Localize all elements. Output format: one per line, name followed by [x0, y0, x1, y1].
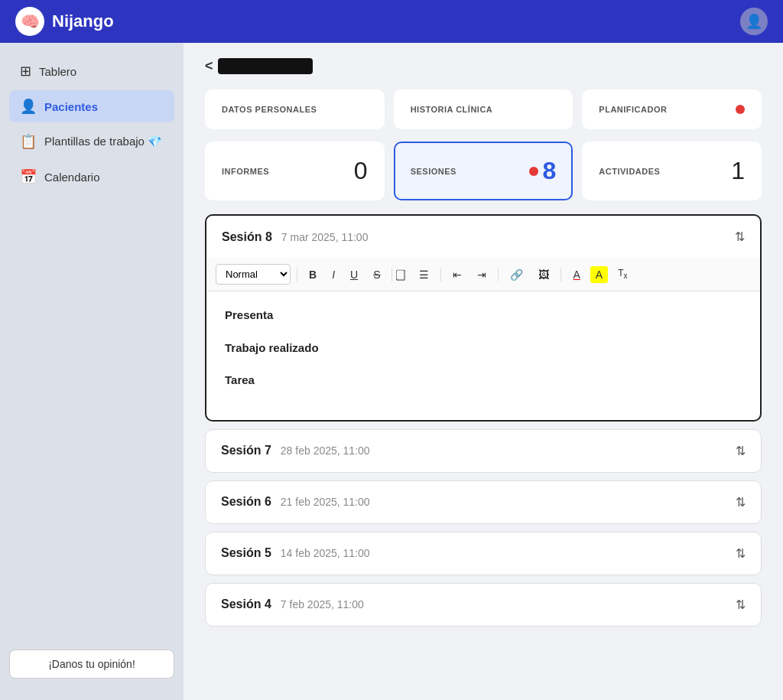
app-header: 🧠 Nijango 👤 [0, 0, 783, 43]
sidebar-footer: ¡Danos tu opinión! [0, 650, 184, 688]
session-7-title-row: Sesión 7 28 feb 2025, 11:00 [221, 444, 370, 457]
tab-row-1: DATOS PERSONALES HISTORIA CLÍNICA PLANIF… [205, 90, 762, 129]
link-button[interactable]: 🔗 [505, 266, 528, 283]
main-layout: ⊞ Tablero 👤 Pacientes 📋 Plantillas de tr… [0, 43, 783, 700]
tab-planificador[interactable]: PLANIFICADOR [582, 90, 762, 129]
sidebar-item-calendario[interactable]: 📅 Calendario [9, 161, 174, 193]
session-8-date: 7 mar 2025, 11:00 [281, 231, 369, 243]
breadcrumb[interactable]: < [205, 58, 762, 74]
align-left-button[interactable]: ⇤ [447, 266, 467, 283]
app-title: Nijango [52, 11, 114, 31]
session-8-name: Sesión 8 [222, 230, 272, 244]
session-6-date: 21 feb 2025, 11:00 [281, 496, 370, 508]
tab-actividades-label: ACTIVIDADES [599, 167, 660, 176]
back-arrow: < [205, 58, 213, 74]
session-5-name: Sesión 5 [221, 546, 271, 560]
session-6-title-row: Sesión 6 21 feb 2025, 11:00 [221, 495, 370, 509]
sesiones-dot [529, 167, 538, 176]
session-4-header[interactable]: Sesión 4 7 feb 2025, 11:00 ⇅ [206, 584, 761, 626]
align-right-button[interactable]: ⇥ [472, 266, 492, 283]
sidebar-item-label: Tablero [39, 65, 76, 78]
session-8-title-row: Sesión 8 7 mar 2025, 11:00 [222, 230, 368, 244]
planificador-badge [736, 105, 745, 114]
tab-datos-personales[interactable]: DATOS PERSONALES [205, 90, 385, 129]
session-7-header[interactable]: Sesión 7 28 feb 2025, 11:00 ⇅ [206, 430, 761, 472]
session-4-title-row: Sesión 4 7 feb 2025, 11:00 [221, 597, 364, 611]
app-logo: 🧠 Nijango [15, 7, 114, 36]
plantillas-icon: 📋 [20, 133, 37, 150]
tab-datos-label: DATOS PERSONALES [222, 105, 317, 114]
session-6-header[interactable]: Sesión 6 21 feb 2025, 11:00 ⇅ [206, 481, 761, 523]
editor-presenta: Presenta [225, 307, 742, 324]
editor-trabajo: Trabajo realizado [225, 340, 742, 357]
sidebar-item-label: Plantillas de trabajo 💎 [44, 135, 162, 148]
session-item-8: Sesión 8 7 mar 2025, 11:00 ⇅ Normal Head… [205, 214, 762, 422]
tab-informes-label: INFORMES [222, 167, 269, 176]
planificador-dot [736, 105, 745, 114]
user-avatar[interactable]: 👤 [740, 8, 768, 35]
session-8-chevron: ⇅ [735, 230, 745, 244]
font-color-button[interactable]: A [567, 266, 585, 283]
session-5-date: 14 feb 2025, 11:00 [281, 547, 370, 559]
tab-sesiones-label: SESIONES [411, 167, 456, 176]
session-6-name: Sesión 6 [221, 495, 271, 509]
sidebar-item-label: Calendario [44, 171, 100, 184]
session-item-4: Sesión 4 7 feb 2025, 11:00 ⇅ [205, 583, 762, 627]
underline-button[interactable]: U [345, 266, 363, 283]
session-item-5: Sesión 5 14 feb 2025, 11:00 ⇅ [205, 532, 762, 575]
tab-sesiones[interactable]: SESIONES 8 [394, 142, 573, 200]
tab-row-2: INFORMES 0 SESIONES 8 ACTIVIDADES 1 [205, 142, 762, 200]
session-5-chevron: ⇅ [736, 546, 746, 561]
tab-actividades[interactable]: ACTIVIDADES 1 [582, 142, 762, 200]
session-8-editor[interactable]: Presenta Trabajo realizado Tarea [206, 291, 760, 420]
session-6-chevron: ⇅ [736, 495, 746, 510]
tab-informes[interactable]: INFORMES 0 [205, 142, 385, 200]
sidebar-item-tablero[interactable]: ⊞ Tablero [9, 55, 174, 87]
tab-planificador-label: PLANIFICADOR [599, 105, 667, 114]
actividades-count: 1 [731, 157, 745, 185]
session-4-name: Sesión 4 [221, 597, 271, 611]
informes-count: 0 [354, 157, 368, 185]
tablero-icon: ⊞ [20, 63, 31, 80]
italic-button[interactable]: I [327, 266, 340, 283]
toolbar-divider-4 [498, 268, 499, 282]
session-7-chevron: ⇅ [736, 444, 746, 458]
bold-button[interactable]: B [304, 266, 322, 283]
ordered-list-button[interactable]: ⃣ [398, 266, 409, 283]
toolbar-divider-1 [297, 268, 297, 282]
pacientes-icon: 👤 [20, 98, 37, 115]
session-4-chevron: ⇅ [736, 597, 746, 612]
session-4-date: 7 feb 2025, 11:00 [281, 598, 364, 610]
strikethrough-button[interactable]: S [368, 266, 385, 283]
session-5-title-row: Sesión 5 14 feb 2025, 11:00 [221, 546, 370, 560]
session-8-header[interactable]: Sesión 8 7 mar 2025, 11:00 ⇅ [206, 216, 760, 258]
sidebar-item-pacientes[interactable]: 👤 Pacientes [9, 90, 174, 122]
editor-toolbar: Normal Heading 1 Heading 2 Heading 3 B I… [206, 258, 760, 291]
sidebar-item-plantillas[interactable]: 📋 Plantillas de trabajo 💎 [9, 125, 174, 158]
sidebar-item-label: Pacientes [44, 100, 98, 113]
feedback-button[interactable]: ¡Danos tu opinión! [9, 650, 174, 679]
content-area: < DATOS PERSONALES HISTORIA CLÍNICA PLAN… [184, 43, 783, 700]
toolbar-divider-3 [440, 268, 441, 282]
tab-historia-label: HISTORIA CLÍNICA [411, 105, 493, 114]
sessions-list: Sesión 8 7 mar 2025, 11:00 ⇅ Normal Head… [205, 214, 762, 627]
editor-tarea: Tarea [225, 372, 742, 389]
sesiones-badge: 8 [529, 157, 557, 185]
logo-icon: 🧠 [15, 7, 44, 36]
highlight-button[interactable]: A [590, 266, 608, 283]
sidebar-nav: ⊞ Tablero 👤 Pacientes 📋 Plantillas de tr… [0, 55, 184, 193]
calendario-icon: 📅 [20, 168, 37, 185]
session-7-name: Sesión 7 [221, 444, 271, 457]
session-7-date: 28 feb 2025, 11:00 [281, 444, 370, 457]
toolbar-divider-5 [560, 268, 561, 282]
session-item-7: Sesión 7 28 feb 2025, 11:00 ⇅ [205, 429, 762, 473]
sesiones-count: 8 [543, 157, 557, 185]
tab-historia-clinica[interactable]: HISTORIA CLÍNICA [394, 90, 573, 129]
toolbar-divider-2 [392, 268, 392, 282]
session-item-6: Sesión 6 21 feb 2025, 11:00 ⇅ [205, 480, 762, 524]
session-5-header[interactable]: Sesión 5 14 feb 2025, 11:00 ⇅ [206, 532, 761, 575]
image-button[interactable]: 🖼 [533, 266, 554, 283]
unordered-list-button[interactable]: ☰ [414, 266, 434, 283]
format-select[interactable]: Normal Heading 1 Heading 2 Heading 3 [216, 264, 291, 285]
clear-format-button[interactable]: Tx [612, 265, 632, 283]
